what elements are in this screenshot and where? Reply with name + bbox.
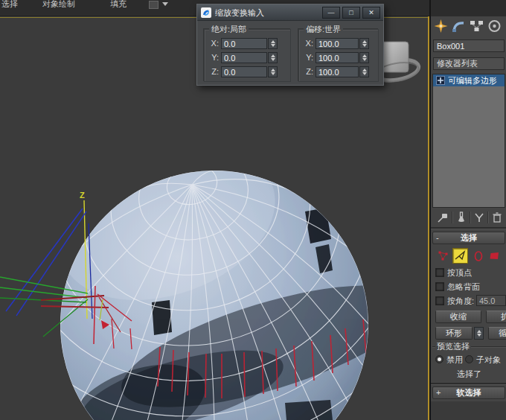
stack-toolbar [431,210,506,226]
offset-y-input[interactable] [316,52,359,63]
scale-transform-typein-dialog: 缩放变换输入 — □ ✕ 绝对:局部 X: Y: Z: 偏移:世界 X: Y: [196,4,384,86]
preview-disable-label: 禁用 [446,354,463,366]
offset-x-spinner[interactable] [359,38,369,49]
maximize-button[interactable]: □ [342,7,360,19]
offset-z-input[interactable] [316,66,359,77]
rollout-title: 选择 [461,233,477,242]
ribbon-tab-populate[interactable]: 填充 [110,0,126,10]
ribbon-tab-object-paint[interactable]: 对象绘制 [42,0,75,10]
remove-modifier-icon[interactable] [490,211,504,224]
z-axis-field-label: Z: [208,66,219,77]
preview-subobj-label: 子对象 [476,354,501,366]
absolute-z-spinner[interactable] [268,66,278,77]
modifier-list-dropdown[interactable]: 修改器列表 [433,57,505,70]
group-label: 偏移:世界 [304,25,343,34]
ring-spinner[interactable] [474,327,484,340]
ring-button[interactable]: 环形 [435,327,473,340]
absolute-x-spinner[interactable] [268,38,278,49]
chevron-down-icon[interactable] [162,2,168,6]
motion-tab-icon[interactable] [487,19,502,34]
preview-disable-radio[interactable] [435,355,443,363]
selection-status-text: 选择了 [457,369,506,380]
modifier-stack[interactable]: 可编辑多边形 [432,74,505,208]
y-axis-field-label: Y: [302,52,313,63]
make-unique-icon[interactable] [473,211,486,224]
absolute-y-input[interactable] [221,52,267,63]
by-vertex-checkbox[interactable] [435,268,444,277]
by-angle-input[interactable] [476,295,506,306]
stack-item-editable-poly[interactable]: 可编辑多边形 [433,74,505,86]
editable-poly-icon [436,76,445,85]
edge-mode-icon-active[interactable] [452,248,468,264]
by-angle-checkbox[interactable] [435,296,444,305]
ignore-backfacing-label: 忽略背面 [447,281,480,293]
stack-item-label: 可编辑多边形 [448,76,497,85]
hierarchy-tab-icon[interactable] [469,19,484,34]
absolute-x-input[interactable] [221,38,267,49]
selection-rollout-header[interactable]: - 选择 [432,232,505,244]
expand-icon[interactable]: + [436,387,441,398]
absolute-local-group: 绝对:局部 X: Y: Z: [204,29,291,82]
by-angle-label: 按角度: [447,296,474,307]
rollout-title: 软选择 [457,388,481,397]
close-button[interactable]: ✕ [362,7,380,19]
3dsmax-logo-icon [201,7,211,18]
offset-x-input[interactable] [316,38,359,49]
command-panel: 修改器列表 可编辑多边形 [431,0,506,420]
modify-tab-icon[interactable] [451,19,467,34]
dialog-titlebar[interactable]: 缩放变换输入 — □ ✕ [197,4,383,21]
preview-subobj-radio[interactable] [465,355,473,363]
x-axis-field-label: X: [302,38,313,49]
z-axis-field-label: Z: [302,66,313,77]
loop-button[interactable]: 循环 [488,327,506,340]
panel-bottom-strip [431,401,506,420]
grow-button[interactable]: 扩大 [486,311,506,323]
minimize-button[interactable]: — [322,7,340,19]
border-mode-icon[interactable] [472,249,485,263]
by-vertex-label: 按顶点 [447,267,472,279]
x-axis-field-label: X: [208,38,219,49]
preview-selection-label: 预览选择 [435,342,471,351]
group-label: 绝对:局部 [209,25,249,34]
offset-world-group: 偏移:世界 X: Y: Z: [298,29,379,82]
ribbon-tab-select[interactable]: 选择 [1,0,18,10]
offset-z-spinner[interactable] [359,66,369,77]
panel-top-strip [431,0,506,16]
collapse-icon[interactable]: - [436,232,439,244]
z-axis-label: Z [80,191,85,200]
ignore-backfacing-checkbox[interactable] [435,282,444,291]
polygon-mode-icon[interactable] [488,249,502,263]
3dsmax-window: 选择 对象绘制 填充 [0,0,506,420]
ribbon-tool-icon[interactable] [149,1,158,9]
object-name-input[interactable] [433,39,505,52]
show-end-result-icon[interactable] [455,211,468,224]
dialog-title: 缩放变换输入 [215,7,264,19]
y-axis-field-label: Y: [208,52,219,63]
offset-y-spinner[interactable] [359,52,369,63]
shrink-button[interactable]: 收缩 [435,311,481,323]
soft-selection-rollout-header[interactable]: + 软选择 [432,386,505,399]
absolute-y-spinner[interactable] [268,52,278,63]
absolute-z-input[interactable] [221,66,267,77]
vertex-mode-icon[interactable] [437,249,450,263]
create-tab-icon[interactable] [433,19,449,34]
pin-stack-icon[interactable] [436,211,449,224]
